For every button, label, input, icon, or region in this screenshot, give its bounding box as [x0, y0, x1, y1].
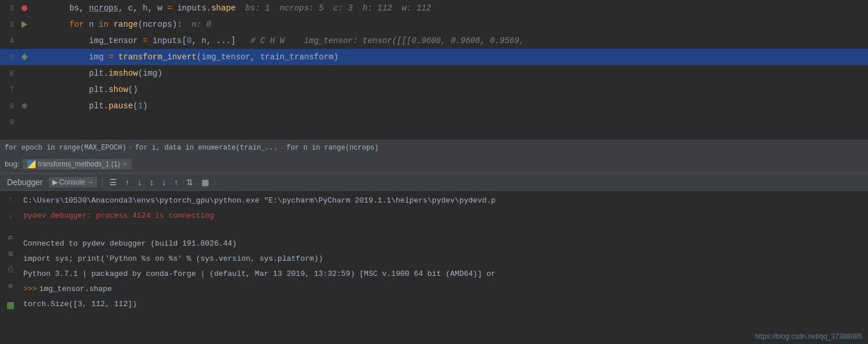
breadcrumb-item-2[interactable]: for i, data in enumerate(train_... — [135, 144, 278, 152]
code-line-3b: 3 for n in range(ncrops): n: 0 — [0, 16, 868, 33]
code-line-5: 5 img = transform_invert(img_tensor, tra… — [0, 49, 868, 65]
console-text-5: import sys; print('Python %s on %s' % (s… — [23, 253, 323, 265]
breadcrumb-bar: for epoch in range(MAX_EPOCH) › for i, d… — [0, 140, 868, 155]
breadcrumb-sep-2: › — [280, 144, 284, 152]
main-layout: 3 bs, ncrops, c, h, w = inputs.shape bs:… — [0, 0, 868, 344]
breakpoint-diamond-2 — [21, 102, 27, 109]
debug-label: bug: — [5, 159, 19, 168]
debug-tab-bar: bug: transforms_methods_1 (1) × — [0, 155, 868, 173]
console-line-1: C:\Users\10530\Anaconda3\envs\pytorch_gp… — [0, 193, 868, 208]
console-text-7: img_tensor.shape — [39, 283, 112, 296]
line-num-4: 4 — [2, 37, 19, 45]
code-line-7: 7 plt.show() — [0, 81, 868, 98]
sidebar-icon-5[interactable]: ⎙ — [5, 264, 16, 275]
line-num-3b: 3 — [2, 20, 19, 29]
line-content-8: plt.pause(1) — [30, 101, 868, 111]
line-content-3a: bs, ncrops, c, h, w = inputs.shape bs: 1… — [30, 3, 868, 13]
sidebar-icon-7[interactable] — [5, 300, 16, 311]
toolbar-btn-stepinto[interactable]: ↓ — [160, 176, 168, 188]
debugger-btn[interactable]: Debugger — [5, 176, 45, 188]
console-line-3 — [0, 224, 868, 236]
sidebar-icon-6[interactable]: ⊗ — [5, 281, 16, 291]
gutter-5 — [19, 55, 30, 59]
console-text-6: Python 3.7.1 | packaged by conda-forge |… — [23, 268, 495, 281]
console-line-5: import sys; print('Python %s on %s' % (s… — [0, 251, 868, 267]
toolbar-btn-up[interactable]: ↑ — [123, 176, 132, 188]
sidebar-icon-4[interactable]: ⊞ — [5, 248, 16, 258]
line-num-8: 8 — [2, 102, 19, 111]
line-num-7: 7 — [2, 86, 19, 94]
console-body: ↑ ↓ ⇄ ⊞ ⎙ ⊗ C:\Users\10530\Anaconda3\env… — [0, 191, 868, 344]
code-line-8: 8 plt.pause(1) — [0, 98, 868, 114]
bottom-link[interactable]: https://blog.csdn.net/qq_37388085 — [755, 332, 862, 341]
bottom-panel: bug: transforms_methods_1 (1) × Debugger… — [0, 155, 868, 344]
console-text-2: pydev debugger: process 4124 is connecti… — [23, 210, 214, 222]
line-content-4: img_tensor = inputs[0, n, ...] # C H W i… — [30, 36, 868, 45]
debug-tab[interactable]: transforms_methods_1 (1) × — [23, 159, 132, 169]
breakpoint-dot[interactable] — [22, 5, 27, 11]
console-line-6: Python 3.7.1 | packaged by conda-forge |… — [0, 267, 868, 282]
breakpoint-arrow — [22, 21, 27, 28]
console-text-4: Connected to pydev debugger (build 191.8… — [23, 237, 237, 250]
editor-area: 3 bs, ncrops, c, h, w = inputs.shape bs:… — [0, 0, 868, 140]
line-content-7: plt.show() — [30, 85, 868, 94]
breakpoint-diamond — [21, 54, 27, 60]
breadcrumb-item-3[interactable]: for n in range(ncrops) — [286, 144, 378, 152]
code-line-3a: 3 bs, ncrops, c, h, w = inputs.shape bs:… — [0, 0, 868, 16]
toolbar-btn-menu[interactable]: ☰ — [107, 176, 119, 188]
close-icon[interactable]: × — [123, 161, 127, 168]
line-num-6: 6 — [2, 69, 19, 78]
line-num-5: 5 — [2, 53, 19, 62]
toolbar-btn-stepout[interactable]: ↑ — [172, 176, 180, 188]
line-num-3a: 3 — [2, 4, 19, 13]
tab-label: transforms_methods_1 (1) — [38, 160, 120, 168]
code-line-6: 6 plt.imshow(img) — [0, 65, 868, 81]
sidebar-icon-2[interactable]: ↓ — [5, 211, 16, 221]
line-content-6: plt.imshow(img) — [30, 69, 868, 78]
console-text-8: torch.Size([3, 112, 112]) — [23, 298, 137, 311]
toolbar-sep-1 — [102, 178, 102, 187]
console-content: C:\Users\10530\Anaconda3\envs\pytorch_gp… — [0, 191, 868, 314]
toolbar-btn-stepover[interactable]: ↕ — [147, 176, 156, 188]
code-line-9: 9 — [0, 114, 868, 130]
line-num-9: 9 — [2, 118, 19, 127]
toolbar-btn-down[interactable]: ↓ — [135, 176, 144, 188]
gutter-3a — [19, 5, 30, 11]
gutter-3b — [19, 21, 30, 28]
toolbar-btn-run[interactable]: ⇅ — [184, 176, 196, 188]
line-content-for: for n in range(ncrops): n: 0 — [30, 20, 868, 29]
sidebar-icon-1[interactable]: ↑ — [5, 194, 16, 205]
console-line-8: torch.Size([3, 112, 112]) — [0, 297, 868, 312]
sidebar-icons: ↑ ↓ ⇄ ⊞ ⎙ ⊗ — [0, 191, 21, 344]
gutter-8 — [19, 104, 30, 108]
console-prompt: >>> — [23, 283, 37, 296]
line-content-5: img = transform_invert(img_tensor, train… — [30, 52, 868, 62]
breadcrumb-item-1[interactable]: for epoch in range(MAX_EPOCH) — [5, 144, 126, 152]
console-line-7: >>> img_tensor.shape — [0, 282, 868, 297]
toolbar: Debugger ▶ Console → ☰ ↑ ↓ ↕ ↓ ↑ ⇅ ▦ — [0, 173, 868, 191]
python-icon — [27, 160, 36, 168]
toolbar-btn-table[interactable]: ▦ — [199, 176, 211, 188]
code-line-4: 4 img_tensor = inputs[0, n, ...] # C H W… — [0, 33, 868, 49]
sidebar-icon-3[interactable]: ⇄ — [5, 232, 16, 242]
console-line-2: pydev debugger: process 4124 is connecti… — [0, 208, 868, 224]
console-text-1: C:\Users\10530\Anaconda3\envs\pytorch_gp… — [23, 194, 495, 207]
breadcrumb-sep-1: › — [129, 144, 133, 152]
console-btn[interactable]: ▶ Console → — [49, 177, 98, 187]
console-line-4: Connected to pydev debugger (build 191.8… — [0, 236, 868, 251]
